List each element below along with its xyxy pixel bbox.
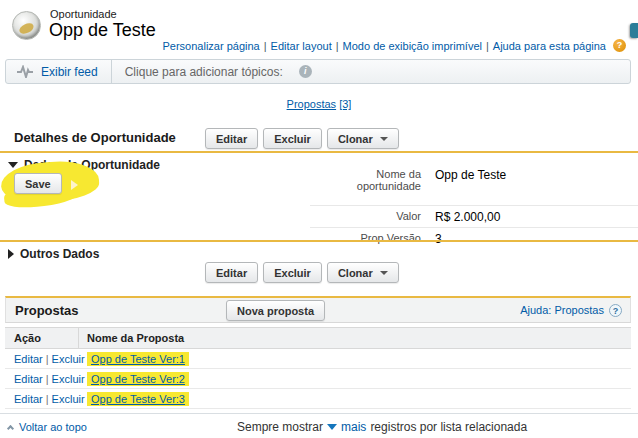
action-separator: |	[46, 353, 49, 365]
row-edit-link[interactable]: Editar	[14, 373, 43, 385]
action-separator: |	[46, 393, 49, 405]
always-show-prefix: Sempre mostrar	[237, 420, 323, 434]
link-separator: |	[264, 40, 267, 52]
link-ajuda-pagina[interactable]: Ajuda para esta página	[493, 40, 606, 52]
edit-button[interactable]: Editar	[205, 128, 258, 149]
highlight-annotation: Opp de Teste Ver:3	[87, 392, 189, 406]
annotation-arrow-icon	[71, 180, 78, 190]
show-feed-link[interactable]: Exibir feed	[41, 65, 98, 79]
clone-button-label: Clonar	[338, 133, 373, 145]
detail-buttons-top: Editar Excluir Clonar	[205, 128, 399, 149]
section-accent-line	[0, 151, 638, 153]
column-header-nome: Nome da Proposta	[79, 328, 184, 348]
proposal-link[interactable]: Opp de Teste Ver:2	[91, 373, 185, 385]
clone-button[interactable]: Clonar	[327, 262, 399, 283]
action-cell: Editar | Excluir	[5, 373, 79, 385]
show-more-arrow-icon[interactable]	[327, 424, 337, 430]
proposal-link[interactable]: Opp de Teste Ver:1	[91, 353, 185, 365]
related-list-title: Propostas	[15, 303, 79, 318]
collapse-icon	[8, 162, 18, 168]
more-link[interactable]: mais	[341, 420, 366, 434]
opportunity-coin-icon	[12, 11, 41, 40]
side-tab[interactable]	[630, 23, 638, 38]
always-show-more: Sempre mostrar mais registros por lista …	[237, 420, 527, 434]
field-value: Opp de Teste	[435, 168, 506, 182]
name-cell: Opp de Teste Ver:3	[79, 392, 189, 406]
proposals-table: Ação Nome da Proposta Editar | Excluir O…	[5, 327, 631, 409]
action-separator: |	[46, 373, 49, 385]
feed-pulse-icon	[17, 65, 33, 78]
add-topics-label[interactable]: Clique para adicionar tópicos:	[125, 65, 283, 79]
clone-button-label: Clonar	[338, 267, 373, 279]
save-button[interactable]: Save	[14, 173, 62, 194]
related-list-propostas: Propostas Nova proposta Ajuda: Propostas…	[5, 296, 631, 409]
detail-section-title: Detalhes de Oportunidade	[14, 130, 176, 145]
section-header-outros[interactable]: Outros Dados	[8, 247, 99, 261]
edit-button[interactable]: Editar	[205, 262, 258, 283]
feed-bar-divider	[111, 60, 112, 83]
dropdown-arrow-icon	[380, 137, 388, 141]
section-outros-label: Outros Dados	[20, 247, 99, 261]
field-label: Prop Versão	[310, 232, 435, 244]
field-table: Nome da oportunidade Opp de Teste Valor …	[310, 164, 638, 249]
entity-label: Oportunidade	[50, 8, 117, 20]
column-header-acao: Ação	[5, 328, 79, 348]
field-value: 3	[435, 232, 442, 246]
page-action-links: Personalizar página | Editar layout | Mo…	[162, 39, 626, 52]
back-to-top-link[interactable]: Voltar ao topo	[19, 421, 87, 433]
name-cell: Opp de Teste Ver:2	[79, 372, 189, 386]
chevron-up-icon	[7, 424, 14, 431]
field-label: Valor	[310, 210, 435, 222]
table-row: Editar | Excluir Opp de Teste Ver:2	[5, 369, 631, 389]
delete-button[interactable]: Excluir	[263, 262, 322, 283]
detail-buttons-bottom: Editar Excluir Clonar	[205, 262, 399, 283]
opportunity-detail-page: Oportunidade Opp de Teste Personalizar p…	[0, 0, 638, 438]
field-label: Nome da oportunidade	[310, 168, 435, 192]
page-title: Opp de Teste	[49, 20, 156, 41]
quick-link-propostas-count[interactable]: [3]	[339, 98, 351, 110]
link-separator: |	[336, 40, 339, 52]
expand-icon	[8, 249, 14, 259]
quick-link-propostas[interactable]: Propostas	[287, 98, 337, 110]
delete-button[interactable]: Excluir	[263, 128, 322, 149]
link-separator: |	[486, 40, 489, 52]
proposal-link[interactable]: Opp de Teste Ver:3	[91, 393, 185, 405]
page-footer: Voltar ao topo Sempre mostrar mais regis…	[0, 413, 638, 438]
back-to-top[interactable]: Voltar ao topo	[8, 421, 87, 433]
table-header-row: Ação Nome da Proposta	[5, 327, 631, 349]
name-cell: Opp de Teste Ver:1	[79, 352, 189, 366]
table-row: Editar | Excluir Opp de Teste Ver:1	[5, 349, 631, 369]
link-personalizar-pagina[interactable]: Personalizar página	[162, 40, 259, 52]
highlight-annotation: Opp de Teste Ver:1	[87, 352, 189, 366]
help-propostas-link[interactable]: Ajuda: Propostas	[520, 304, 604, 316]
clone-button[interactable]: Clonar	[327, 128, 399, 149]
help-question-icon[interactable]	[613, 39, 626, 52]
table-row: Editar | Excluir Opp de Teste Ver:3	[5, 389, 631, 409]
link-modo-imprimivel[interactable]: Modo de exibição imprimível	[343, 40, 482, 52]
action-cell: Editar | Excluir	[5, 353, 79, 365]
row-edit-link[interactable]: Editar	[14, 393, 43, 405]
field-value: R$ 2.000,00	[435, 210, 500, 224]
row-edit-link[interactable]: Editar	[14, 353, 43, 365]
section-accent-line	[0, 240, 638, 242]
dropdown-arrow-icon	[380, 271, 388, 275]
action-cell: Editar | Excluir	[5, 393, 79, 405]
field-row-valor: Valor R$ 2.000,00	[310, 205, 638, 227]
field-row-nome: Nome da oportunidade Opp de Teste	[310, 164, 638, 205]
feed-bar: Exibir feed Clique para adicionar tópico…	[5, 59, 631, 84]
new-proposal-button[interactable]: Nova proposta	[226, 300, 325, 321]
info-icon[interactable]	[299, 65, 312, 78]
related-list-header: Propostas Nova proposta Ajuda: Propostas	[5, 296, 631, 323]
related-list-quick-links: Propostas [3]	[0, 98, 638, 110]
link-editar-layout[interactable]: Editar layout	[271, 40, 332, 52]
related-list-help: Ajuda: Propostas	[520, 298, 622, 322]
field-row-prop-versao: Prop Versão 3	[310, 227, 638, 249]
always-show-suffix: registros por lista relacionada	[370, 420, 527, 434]
highlight-annotation: Opp de Teste Ver:2	[87, 372, 189, 386]
help-question-icon[interactable]	[609, 304, 622, 317]
